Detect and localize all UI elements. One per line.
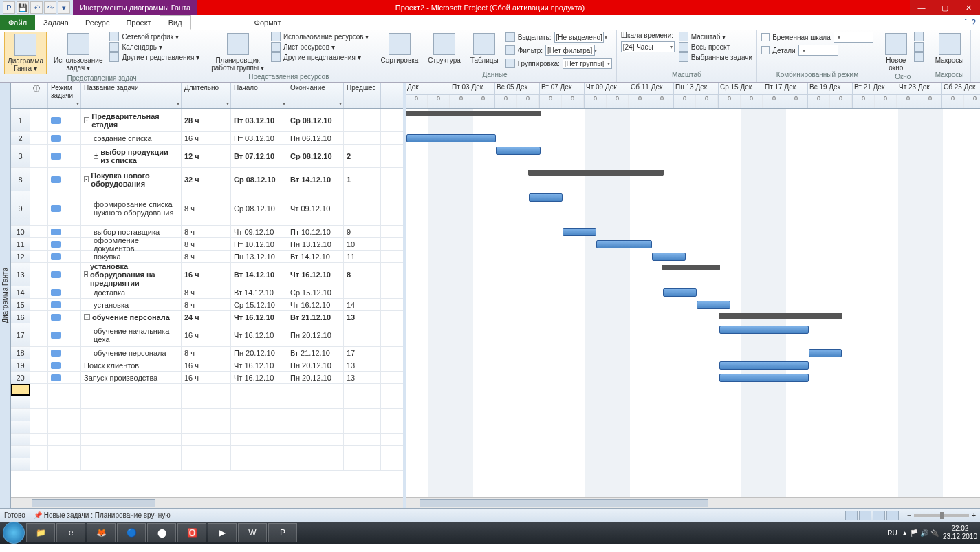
row-number[interactable]: 10	[11, 226, 30, 237]
cell-duration[interactable]: 16 ч	[182, 263, 231, 286]
timeline-checkbox[interactable]: Временная шкала ▾	[761, 32, 873, 43]
row-number[interactable]: 20	[11, 372, 30, 383]
cell-duration[interactable]: 28 ч	[182, 109, 231, 131]
cell-duration[interactable]: 12 ч	[182, 145, 231, 167]
gantt-task-bar[interactable]	[529, 193, 563, 202]
tab-format[interactable]: Формат	[246, 15, 290, 30]
table-row[interactable]: 1-Предварительная стадия28 чПт 03.12.10С…	[11, 109, 403, 132]
cell-pred[interactable]: 14	[344, 299, 381, 310]
gantt-chart-button[interactable]: Диаграмма Ганта ▾	[4, 32, 47, 74]
macros-button[interactable]: Макросы	[933, 32, 967, 65]
cell-name[interactable]: -установка оборудования на предприятии	[81, 263, 182, 286]
cell-end[interactable]: Чт 16.12.10	[287, 263, 344, 286]
redo-icon[interactable]: ↷	[44, 1, 56, 14]
row-number[interactable]: 9	[11, 191, 30, 225]
cell-pred[interactable]: 13	[344, 311, 381, 323]
table-row[interactable]: 15установка8 чСр 15.12.10Чт 16.12.1014	[11, 299, 403, 311]
cell-pred[interactable]: 13	[344, 372, 381, 383]
table-row[interactable]: 11оформление документов8 чПт 10.12.10Пн …	[11, 238, 403, 251]
cell-pred[interactable]	[344, 191, 381, 225]
zoom-slider[interactable]: −+	[907, 511, 976, 519]
cell-duration[interactable]: 16 ч	[182, 323, 231, 346]
tray-lang[interactable]: RU	[887, 529, 897, 537]
table-row[interactable]: 9формирование списка нужного оборудовани…	[11, 191, 403, 226]
row-number[interactable]: 18	[11, 347, 30, 359]
cell-name[interactable]: обучение начальника цеха	[81, 323, 182, 346]
cell-start[interactable]: Вт 07.12.10	[231, 145, 287, 167]
cell-start[interactable]: Пт 10.12.10	[231, 238, 287, 250]
table-row[interactable]: 13-установка оборудования на предприятии…	[11, 263, 403, 286]
table-row[interactable]: 12покупка8 чПн 13.12.10Вт 14.12.1011	[11, 251, 403, 263]
cell-start[interactable]: Ср 08.12.10	[231, 191, 287, 225]
gantt-task-bar[interactable]	[596, 240, 652, 248]
gantt-task-bar[interactable]	[406, 134, 496, 142]
col-rownum[interactable]	[11, 83, 30, 108]
cell-start[interactable]: Пн 20.12.10	[231, 347, 287, 359]
cell-end[interactable]: Вт 14.12.10	[287, 168, 344, 191]
cell-pred[interactable]: 9	[344, 226, 381, 237]
gantt-task-bar[interactable]	[496, 147, 541, 155]
cell-start[interactable]: Ср 08.12.10	[231, 168, 287, 191]
other-views-button[interactable]: Другие представления ▾	[109, 52, 199, 62]
cell-name[interactable]: -Покупка нового оборудования	[81, 168, 182, 191]
tab-project[interactable]: Проект	[118, 15, 159, 30]
row-number[interactable]: 17	[11, 323, 30, 346]
gantt-hscroll[interactable]	[406, 498, 980, 508]
cell-start[interactable]: Чт 16.12.10	[231, 323, 287, 346]
cell-start[interactable]: Вт 14.12.10	[231, 286, 287, 298]
cell-end[interactable]: Пн 06.12.10	[287, 132, 344, 144]
tab-resource[interactable]: Ресурс	[77, 15, 118, 30]
cell-pred[interactable]	[344, 323, 381, 346]
cell-pred[interactable]: 11	[344, 251, 381, 262]
cell-pred[interactable]: 1	[344, 168, 381, 191]
cell-start[interactable]: Чт 16.12.10	[231, 311, 287, 323]
cell-start[interactable]: Пт 03.12.10	[231, 109, 287, 131]
cell-end[interactable]: Чт 16.12.10	[287, 299, 344, 310]
table-row[interactable]: 20Запуск производства16 чЧт 16.12.10Пн 2…	[11, 372, 403, 384]
gantt-task-bar[interactable]	[652, 253, 686, 261]
group-combo[interactable]: [Нет группы]▾	[563, 58, 612, 69]
taskbar-app2[interactable]: 🔵	[117, 523, 146, 542]
taskbar-word[interactable]: W	[238, 523, 267, 542]
row-number[interactable]: 14	[11, 286, 30, 298]
switch-windows-button[interactable]	[914, 32, 924, 41]
taskbar-ie[interactable]: e	[56, 523, 85, 542]
col-name[interactable]: Название задачи▾	[81, 83, 182, 108]
cell-start[interactable]: Ср 15.12.10	[231, 299, 287, 310]
col-end[interactable]: Окончание▾	[287, 83, 344, 108]
gantt-task-bar[interactable]	[719, 374, 809, 382]
table-row[interactable]: 14доставка8 чВт 14.12.10Ср 15.12.10	[11, 286, 403, 299]
cell-end[interactable]: Пн 20.12.10	[287, 323, 344, 346]
hide-button[interactable]	[914, 52, 924, 62]
table-row[interactable]: 19Поиск клиентов16 чЧт 16.12.10Пн 20.12.…	[11, 359, 403, 372]
cell-pred[interactable]	[344, 286, 381, 298]
gantt-task-bar[interactable]	[663, 288, 697, 297]
row-number[interactable]: 12	[11, 251, 30, 262]
cell-end[interactable]: Вт 21.12.10	[287, 347, 344, 359]
details-checkbox[interactable]: Детали ▾	[761, 45, 873, 56]
cell-pred[interactable]: 17	[344, 347, 381, 359]
selected-tasks-button[interactable]: Выбранные задачи	[679, 52, 752, 62]
row-number[interactable]: 3	[11, 145, 30, 167]
tray-clock[interactable]: 22:0223.12.2010	[943, 524, 977, 541]
team-planner-button[interactable]: Планировщик работы группы ▾	[208, 32, 267, 73]
gantt-body[interactable]	[406, 109, 980, 497]
task-usage-button[interactable]: Использование задач ▾	[51, 32, 105, 73]
table-row[interactable]: 16-обучение персонала24 чЧт 16.12.10Вт 2…	[11, 311, 403, 323]
resource-sheet-button[interactable]: Лист ресурсов ▾	[271, 42, 369, 52]
cell-name[interactable]: +выбор продукции из списка	[81, 145, 182, 167]
col-info[interactable]: ⓘ	[30, 83, 48, 108]
resource-usage-button[interactable]: Использование ресурсов ▾	[271, 32, 369, 41]
col-duration[interactable]: Длительно▾	[182, 83, 231, 108]
view-shortcuts[interactable]	[845, 511, 899, 520]
table-row[interactable]: 3+выбор продукции из списка12 чВт 07.12.…	[11, 145, 403, 168]
table-row[interactable]: 17обучение начальника цеха16 чЧт 16.12.1…	[11, 323, 403, 347]
undo-icon[interactable]: ↶	[30, 1, 43, 14]
cell-end[interactable]: Вт 14.12.10	[287, 251, 344, 262]
table-row[interactable]: 18обучение персонала8 чПн 20.12.10Вт 21.…	[11, 347, 403, 359]
cell-duration[interactable]: 16 ч	[182, 359, 231, 371]
cell-duration[interactable]: 8 ч	[182, 226, 231, 237]
cell-end[interactable]: Пт 10.12.10	[287, 226, 344, 237]
new-window-button[interactable]: Новое окно	[882, 32, 910, 73]
cell-end[interactable]: Пн 13.12.10	[287, 238, 344, 250]
